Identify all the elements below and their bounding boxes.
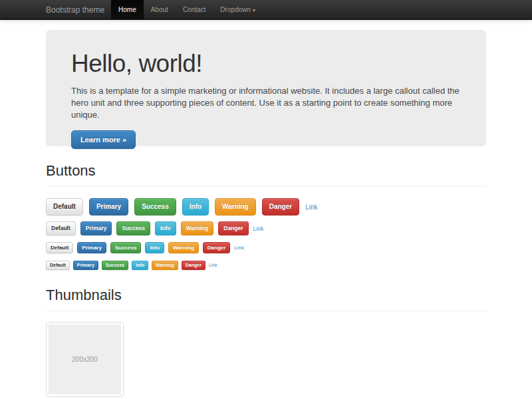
link-button-lg[interactable]: Link (305, 203, 317, 211)
default-button-lg[interactable]: Default (46, 198, 83, 215)
navbar-brand[interactable]: Bootstrap theme (46, 0, 111, 19)
jumbotron: Hello, world! This is a template for a s… (46, 30, 486, 146)
button-row-lg: DefaultPrimarySuccessInfoWarningDangerLi… (46, 198, 486, 215)
button-row-md: DefaultPrimarySuccessInfoWarningDangerLi… (46, 221, 486, 235)
warning-button-md[interactable]: Warning (181, 221, 214, 235)
navbar-nav: Home About Contact Dropdown▾ (111, 0, 263, 19)
thumbnail-placeholder-image: 200x200 (49, 325, 121, 394)
learn-more-button[interactable]: Learn more » (71, 130, 136, 149)
link-button-sm[interactable]: Link (234, 245, 244, 251)
info-button-sm[interactable]: Info (145, 242, 164, 253)
nav-item-about[interactable]: About (144, 0, 176, 19)
navbar: Bootstrap theme Home About Contact Dropd… (0, 0, 532, 20)
buttons-section-title: Buttons (46, 162, 486, 187)
success-button-xs[interactable]: Success (102, 261, 128, 270)
button-row-sm: DefaultPrimarySuccessInfoWarningDangerLi… (46, 242, 486, 253)
nav-item-home[interactable]: Home (111, 0, 144, 19)
button-rows: DefaultPrimarySuccessInfoWarningDangerLi… (46, 198, 486, 270)
default-button-md[interactable]: Default (46, 221, 76, 235)
success-button-sm[interactable]: Success (110, 242, 141, 253)
info-button-lg[interactable]: Info (182, 198, 209, 215)
thumbnail[interactable]: 200x200 (46, 322, 124, 397)
primary-button-sm[interactable]: Primary (77, 242, 106, 253)
jumbotron-title: Hello, world! (71, 50, 461, 78)
info-button-xs[interactable]: Info (132, 261, 148, 270)
primary-button-md[interactable]: Primary (80, 221, 112, 235)
danger-button-md[interactable]: Danger (218, 221, 248, 235)
primary-button-xs[interactable]: Primary (73, 261, 98, 270)
nav-item-dropdown[interactable]: Dropdown▾ (213, 0, 263, 19)
danger-button-xs[interactable]: Danger (182, 261, 205, 270)
warning-button-sm[interactable]: Warning (168, 242, 199, 253)
default-button-sm[interactable]: Default (46, 242, 73, 253)
success-button-lg[interactable]: Success (134, 198, 176, 215)
default-button-xs[interactable]: Default (46, 261, 70, 270)
button-row-xs: DefaultPrimarySuccessInfoWarningDangerLi… (46, 261, 486, 270)
chevron-down-icon: ▾ (253, 7, 255, 13)
jumbotron-body: This is a template for a simple marketin… (71, 85, 461, 121)
danger-button-lg[interactable]: Danger (262, 198, 299, 215)
danger-button-sm[interactable]: Danger (203, 242, 231, 253)
nav-item-contact[interactable]: Contact (176, 0, 213, 19)
nav-item-dropdown-label: Dropdown (220, 6, 251, 13)
success-button-md[interactable]: Success (116, 221, 150, 235)
info-button-md[interactable]: Info (155, 221, 176, 235)
primary-button-lg[interactable]: Primary (89, 198, 128, 215)
link-button-xs[interactable]: Link (209, 263, 217, 267)
link-button-md[interactable]: Link (253, 225, 264, 232)
warning-button-lg[interactable]: Warning (215, 198, 256, 215)
warning-button-xs[interactable]: Warning (152, 261, 178, 270)
thumbnails-section-title: Thumbnails (46, 287, 486, 311)
